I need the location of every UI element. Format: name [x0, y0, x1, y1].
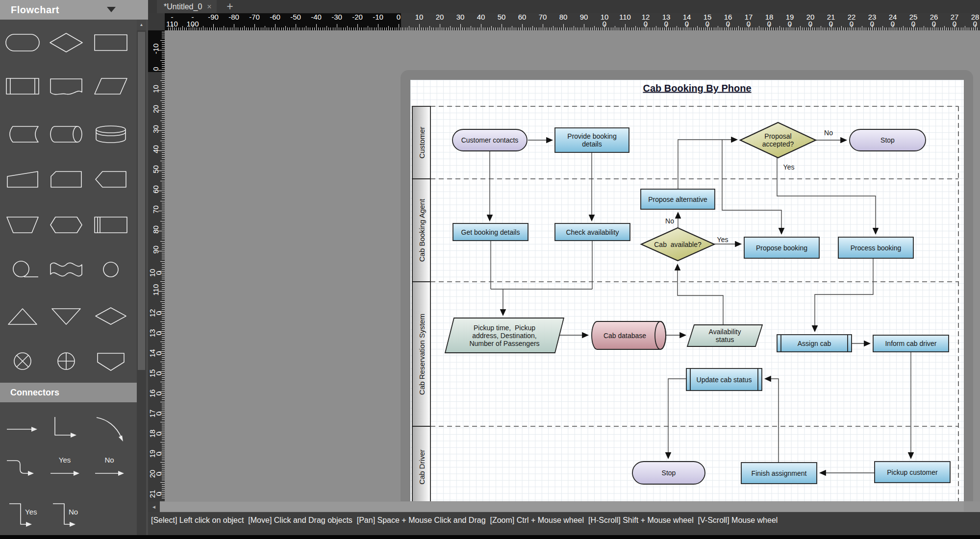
node-label-inform-cab-driver[interactable]: Inform cab driver	[873, 335, 949, 352]
status-bar: [Select] Left click on object [Move] Cli…	[148, 512, 980, 535]
palette-shape-connector-icon[interactable]	[93, 258, 129, 281]
status-hints: [Select] Left click on object [Move] Cli…	[151, 516, 778, 525]
drawing-canvas[interactable]: Cab Booking By Phone CustomerCab Booking…	[165, 30, 980, 501]
edge-label-no-2: No	[665, 217, 674, 225]
palette-connector-elbow-labeled-no-icon[interactable]: No	[48, 501, 84, 529]
palette-shape-database-icon[interactable]	[93, 122, 129, 146]
connectors-section-header: Connectors	[0, 383, 137, 402]
palette-shape-document-icon[interactable]	[48, 74, 84, 98]
ruler-corner	[148, 13, 165, 30]
vertical-ruler: -100102030405060708090100110120130140150…	[148, 30, 165, 501]
tab-label: *Untitled_0	[164, 2, 202, 11]
palette-title: Flowchart	[11, 4, 59, 16]
lane-label-cab-booking-agent: Cab Booking Agent	[417, 199, 426, 262]
node-label-process-booking[interactable]: Process booking	[838, 237, 913, 258]
node-label-stop-top[interactable]: Stop	[850, 129, 926, 151]
palette-shape-paper-tape-icon[interactable]	[48, 258, 84, 281]
node-label-pickup-details[interactable]: Pickup time, Pickup address, Destination…	[445, 318, 564, 353]
palette-shape-magnetic-tape-icon[interactable]	[4, 258, 41, 281]
palette-shape-decision-icon[interactable]	[48, 31, 84, 54]
lane-label-customer: Customer	[417, 126, 426, 158]
lane-label-cab-reservation-system: Cab Reservation System	[417, 314, 426, 395]
scroll-up-icon[interactable]: ▲	[137, 20, 146, 30]
svg-text:Yes: Yes	[59, 456, 71, 464]
palette-shape-off-page-connector-icon[interactable]	[93, 349, 129, 373]
edge-label-no-0: No	[824, 129, 833, 137]
node-label-customer-contacts[interactable]: Customer contacts	[452, 129, 527, 151]
bottom-strip	[0, 535, 980, 539]
tab-bar: *Untitled_0 × +	[148, 0, 980, 13]
node-label-availability-status[interactable]: Availability status	[687, 325, 762, 346]
horizontal-ruler: -110-100-90-80-70-60-50-40-30-20-1001020…	[165, 13, 980, 30]
svg-text:No: No	[104, 456, 114, 464]
palette-shape-preparation-icon[interactable]	[48, 213, 84, 237]
node-label-propose-booking[interactable]: Propose booking	[744, 237, 819, 258]
connectors-title: Connectors	[10, 388, 59, 398]
node-label-pickup-customer[interactable]: Pickup customer	[875, 462, 950, 483]
node-label-cab-database[interactable]: Cab database	[592, 321, 666, 349]
palette-shape-stored-data-icon[interactable]	[4, 122, 41, 146]
palette-connector-arrow-curve-icon[interactable]	[93, 415, 129, 443]
svg-text:Yes: Yes	[25, 508, 37, 516]
palette-shape-or-junction-icon[interactable]	[48, 349, 84, 373]
palette-shape-manual-operation-icon[interactable]	[4, 213, 41, 237]
palette-connector-arrow-straight-icon[interactable]	[4, 415, 41, 443]
horizontal-scrollbar[interactable]: ◄	[148, 501, 980, 512]
node-label-provide-booking-details[interactable]: Provide booking details	[555, 128, 629, 152]
palette-shape-merge-icon[interactable]	[48, 304, 84, 328]
palette-shape-terminator-icon[interactable]	[4, 31, 41, 54]
scroll-left-icon[interactable]: ◄	[148, 501, 160, 512]
palette-shape-display-icon[interactable]	[93, 168, 129, 191]
palette-connector-elbow-labeled-yes-icon[interactable]: Yes	[4, 501, 41, 529]
palette-scrollbar-thumb[interactable]	[138, 32, 145, 370]
edge-16[interactable]	[815, 258, 873, 331]
node-label-get-booking-details[interactable]: Get booking details	[453, 223, 528, 241]
edge-9[interactable]	[678, 265, 723, 325]
palette-shape-internal-storage-icon[interactable]	[93, 213, 129, 237]
edge-20[interactable]	[765, 379, 779, 463]
palette-connector-arrow-labeled-yes-icon[interactable]: Yes	[48, 455, 84, 483]
diagram-layer	[165, 30, 980, 501]
node-label-update-cab-status[interactable]: Update cab status	[686, 368, 762, 391]
edge-label-yes-1: Yes	[783, 163, 795, 171]
palette-connector-arrow-s-elbow-icon[interactable]	[4, 455, 41, 483]
horizontal-scrollbar-thumb[interactable]	[160, 502, 964, 512]
palette-shape-predefined-process-icon[interactable]	[4, 74, 41, 98]
edge-12[interactable]	[678, 140, 737, 189]
shape-palette-panel: Flowchart Connectors YesNoYesNo ▲	[0, 0, 148, 535]
palette-shape-parallelogram-icon[interactable]	[93, 74, 129, 98]
palette-connector-arrow-elbow-icon[interactable]	[48, 415, 84, 443]
node-label-check-availability[interactable]: Check availability	[555, 223, 630, 241]
svg-text:No: No	[69, 508, 78, 516]
node-label-propose-alternative[interactable]: Propose alternative	[641, 189, 715, 209]
palette-shape-direct-access-storage-icon[interactable]	[48, 122, 84, 146]
palette-shape-manual-input-icon[interactable]	[4, 168, 41, 191]
palette-connector-arrow-labeled-no-icon[interactable]: No	[93, 455, 129, 483]
palette-shape-summing-junction-icon[interactable]	[4, 349, 41, 373]
node-label-stop-bottom[interactable]: Stop	[632, 462, 705, 484]
flowchart-app-window: Flowchart Connectors YesNoYesNo ▲ *Untit…	[0, 0, 980, 539]
palette-category-dropdown[interactable]: Flowchart	[0, 0, 148, 20]
close-tab-icon[interactable]: ×	[207, 2, 211, 11]
tab-untitled-0[interactable]: *Untitled_0 ×	[157, 0, 217, 13]
new-tab-button[interactable]: +	[222, 0, 238, 13]
palette-shape-card-icon[interactable]	[48, 168, 84, 191]
node-label-cab-available[interactable]: Cab available?	[641, 228, 714, 261]
lane-label-cab-driver: Cab Driver	[417, 449, 426, 485]
node-label-proposal-accepted[interactable]: Proposal accepted?	[740, 122, 816, 158]
palette-shape-extract-icon[interactable]	[4, 304, 41, 328]
node-label-assign-cab[interactable]: Assign cab	[777, 335, 852, 352]
palette-scrollbar[interactable]: ▲	[137, 20, 146, 535]
node-label-finish-assignment[interactable]: Finish assignment	[741, 463, 817, 484]
diagram-title: Cab Booking By Phone	[643, 83, 751, 94]
palette-shape-sort-diamond-icon[interactable]	[93, 304, 129, 328]
chevron-down-icon	[107, 7, 116, 12]
edge-21[interactable]	[668, 379, 686, 458]
edge-label-yes-3: Yes	[717, 236, 729, 244]
palette-shape-process-icon[interactable]	[93, 31, 129, 54]
